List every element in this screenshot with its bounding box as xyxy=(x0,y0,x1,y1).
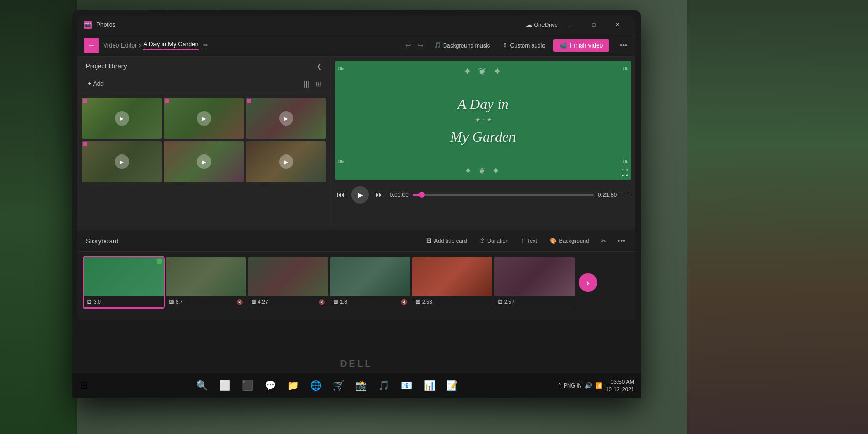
collapse-button[interactable]: ❮ xyxy=(317,63,322,70)
list-view-button[interactable]: ||| xyxy=(302,79,312,89)
title-bar-left: 📷 Photos xyxy=(84,21,115,29)
media-thumb-3[interactable]: ▶ xyxy=(246,98,326,139)
taskbar: ⊞ 🔍 ⬜ ⬛ 💬 📁 🌐 🛒 📸 🎵 📧 📊 📝 ^ PNG IN 🔊 📶 xyxy=(72,373,641,398)
window-controls: ☁ OneDrive ─ □ ✕ xyxy=(526,16,629,34)
main-content: Project library ❮ + Add ||| ⊞ ▶ xyxy=(78,57,636,230)
finish-label: Finish video xyxy=(570,42,603,49)
play-icon-2: ▶ xyxy=(197,111,211,126)
finish-video-button[interactable]: 📹 Finish video xyxy=(553,39,609,52)
progress-bar[interactable] xyxy=(413,194,594,196)
taskbar-spotify[interactable]: 🎵 xyxy=(374,375,394,396)
project-library-panel: Project library ❮ + Add ||| ⊞ ▶ xyxy=(78,57,331,230)
step-forward-button[interactable]: ⏭ xyxy=(373,188,385,202)
custom-audio-button[interactable]: 🎙 Custom audio xyxy=(498,40,549,51)
back-button[interactable]: ← xyxy=(84,38,99,53)
text-button[interactable]: T Text xyxy=(518,237,540,245)
edit-title-icon[interactable]: ✏ xyxy=(203,42,208,49)
undo-button[interactable]: ↩ xyxy=(403,39,413,52)
maximize-button[interactable]: □ xyxy=(582,16,606,34)
add-media-button[interactable]: + Add xyxy=(84,79,108,89)
taskbar-taskview[interactable]: ⬜ xyxy=(214,375,235,396)
next-icon: › xyxy=(586,277,590,288)
storyboard-title: Storyboard xyxy=(86,237,119,245)
step-back-button[interactable]: ⏮ xyxy=(335,188,347,202)
tray-up-arrow[interactable]: ^ xyxy=(558,382,561,389)
breadcrumb-separator: › xyxy=(139,42,141,49)
storyboard-card-6[interactable]: 🖼 2.57 xyxy=(494,257,575,308)
video-title-line1: A Day in xyxy=(450,94,516,114)
breadcrumb-parent[interactable]: Video Editor xyxy=(103,42,137,49)
start-button[interactable]: ⊞ xyxy=(72,373,96,398)
duration-button[interactable]: ⏱ Duration xyxy=(476,237,512,245)
background-button[interactable]: 🎨 Background xyxy=(547,237,593,245)
image-icon-5: 🖼 xyxy=(415,299,421,305)
next-cards-button[interactable]: › xyxy=(579,273,597,292)
taskbar-store[interactable]: 🛒 xyxy=(328,375,349,396)
grid-view-button[interactable]: ⊞ xyxy=(314,79,324,89)
play-icon: ▶ xyxy=(358,191,363,199)
taskbar-photos[interactable]: 📸 xyxy=(351,375,371,396)
taskbar-widgets[interactable]: ⬛ xyxy=(237,375,258,396)
storyboard-card-5[interactable]: 🖼 2.53 xyxy=(412,257,492,308)
card-3-preview xyxy=(248,257,328,296)
more-options-button[interactable]: ••• xyxy=(617,39,629,52)
taskbar-office[interactable]: 📊 xyxy=(419,375,440,396)
card-5-duration: 🖼 2.53 xyxy=(415,299,432,305)
minimize-button[interactable]: ─ xyxy=(558,16,582,34)
thumb-overlay-2: ▶ xyxy=(164,98,244,139)
laptop-body: 📷 Photos ☁ OneDrive ─ □ ✕ ← Video Editor… xyxy=(72,10,641,398)
card-3-footer: 🖼 4.27 🔇 xyxy=(248,296,328,308)
progress-thumb[interactable] xyxy=(419,192,425,198)
card-6-footer: 🖼 2.57 xyxy=(494,296,575,308)
media-thumb-1[interactable]: ▶ xyxy=(82,98,162,139)
play-icon-1: ▶ xyxy=(115,111,129,126)
taskbar-notes[interactable]: 📝 xyxy=(442,375,462,396)
play-pause-button[interactable]: ▶ xyxy=(351,186,369,204)
volume-icon: 🔊 xyxy=(585,382,592,389)
library-title: Project library xyxy=(86,62,127,70)
storyboard-card-2[interactable]: 🖼 6.7 🔇 xyxy=(166,257,246,308)
card-6-duration: 🖼 2.57 xyxy=(498,299,514,305)
media-thumb-5[interactable]: ▶ xyxy=(164,141,244,182)
storyboard-card-1[interactable]: 🖼 3.0 xyxy=(84,257,164,308)
taskbar-mail[interactable]: 📧 xyxy=(396,375,417,396)
total-time: 0:21.80 xyxy=(598,192,617,198)
fullscreen-ctrl-button[interactable]: ⛶ xyxy=(621,189,631,200)
taskbar-explorer[interactable]: 📁 xyxy=(283,375,303,396)
system-clock[interactable]: 03:50 AM 10-12-2021 xyxy=(606,378,634,393)
duration-label: Duration xyxy=(487,238,509,244)
trim-button[interactable]: ✂ xyxy=(598,237,609,245)
play-icon-3: ▶ xyxy=(279,111,293,126)
taskbar-chat[interactable]: 💬 xyxy=(260,375,281,396)
media-thumb-2[interactable]: ▶ xyxy=(164,98,244,139)
bg-right-plants xyxy=(687,0,868,434)
background-music-button[interactable]: 🎵 Background music xyxy=(430,40,494,51)
storyboard-more-button[interactable]: ••• xyxy=(615,235,627,247)
card-5-preview xyxy=(412,257,492,296)
storyboard-card-3[interactable]: 🖼 4.27 🔇 xyxy=(248,257,328,308)
undo-redo-group: ↩ ↪ xyxy=(403,39,426,52)
add-title-card-button[interactable]: 🖼 Add title card xyxy=(423,237,470,245)
card-6-preview xyxy=(494,257,575,296)
duration-val-4: 1.8 xyxy=(340,299,347,305)
card-2-audio: 🔇 xyxy=(237,299,243,305)
media-thumb-6[interactable]: ▶ xyxy=(246,141,326,182)
card-4-preview xyxy=(330,257,410,296)
thumb-overlay-1: ▶ xyxy=(82,98,162,139)
app-toolbar: ← Video Editor › A Day in My Garden ✏ ↩ … xyxy=(78,34,636,57)
image-icon-4: 🖼 xyxy=(333,299,338,305)
storyboard-card-4[interactable]: 🖼 1.8 🔇 xyxy=(330,257,410,308)
media-thumb-4[interactable]: ▶ xyxy=(82,141,162,182)
play-icon-5: ▶ xyxy=(197,154,211,169)
close-button[interactable]: ✕ xyxy=(606,16,629,34)
video-title-container: A Day in ✦ · ✦ My Garden xyxy=(450,94,516,147)
vine-bottom-decoration: ✦ ❦ ✦ xyxy=(464,166,502,176)
title-card-icon: 🖼 xyxy=(426,238,432,244)
image-icon-3: 🖼 xyxy=(251,299,256,305)
taskbar-edge[interactable]: 🌐 xyxy=(305,375,326,396)
deco-corner-tr: ❧ xyxy=(608,64,629,84)
redo-button[interactable]: ↪ xyxy=(415,39,426,52)
taskbar-search[interactable]: 🔍 xyxy=(192,375,212,396)
fullscreen-button[interactable]: ⛶ xyxy=(621,168,628,177)
text-icon: T xyxy=(521,238,525,244)
